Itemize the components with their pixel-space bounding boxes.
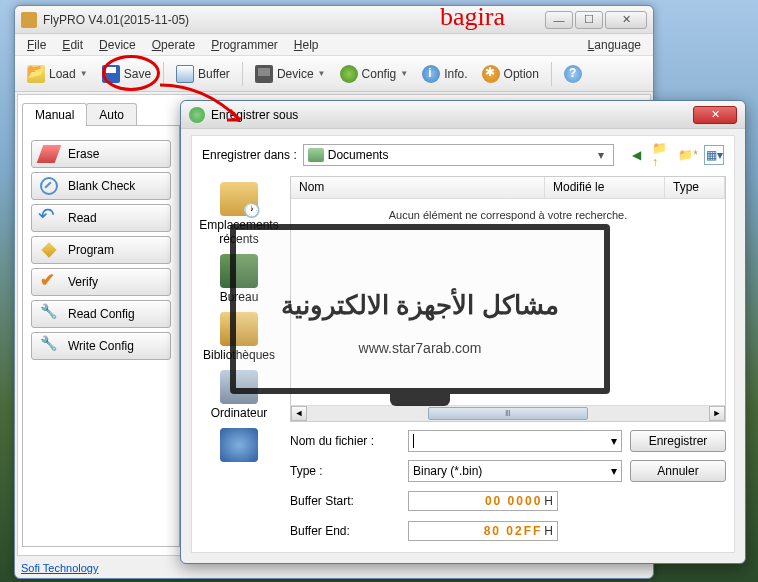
- list-header: Nom Modifié le Type: [291, 177, 725, 199]
- filename-label: Nom du fichier :: [290, 434, 400, 448]
- blank-check-button[interactable]: Blank Check: [31, 172, 171, 200]
- save-file-button[interactable]: Enregistrer: [630, 430, 726, 452]
- dropdown-icon[interactable]: ▾: [611, 434, 617, 448]
- save-dialog: Enregistrer sous ✕ Enregistrer dans : Do…: [180, 100, 746, 564]
- menu-operate[interactable]: Operate: [144, 36, 203, 54]
- cancel-button[interactable]: Annuler: [630, 460, 726, 482]
- dropdown-icon[interactable]: ▾: [593, 148, 609, 162]
- help-button[interactable]: [558, 62, 588, 86]
- type-label: Type :: [290, 464, 400, 478]
- magnifier-icon: [40, 177, 58, 195]
- toolbar: Load▼ Save Buffer Device▼ Config▼ Info. …: [15, 56, 653, 92]
- floppy-icon: [102, 65, 120, 83]
- dropdown-icon[interactable]: ▼: [400, 69, 408, 78]
- menu-edit[interactable]: Edit: [54, 36, 91, 54]
- place-network[interactable]: [199, 428, 279, 462]
- read-arrow-icon: [40, 209, 58, 227]
- dialog-titlebar: Enregistrer sous ✕: [181, 101, 745, 129]
- config-button[interactable]: Config▼: [334, 62, 415, 86]
- col-modified[interactable]: Modifié le: [545, 177, 665, 198]
- tab-manual[interactable]: Manual: [22, 103, 87, 126]
- help-icon: [564, 65, 582, 83]
- dialog-icon: [189, 107, 205, 123]
- wrench-icon: [40, 337, 58, 355]
- erase-button[interactable]: Erase: [31, 140, 171, 168]
- dialog-title: Enregistrer sous: [211, 108, 693, 122]
- new-folder-button[interactable]: 📁*: [678, 145, 698, 165]
- erase-icon: [37, 145, 62, 163]
- buffer-start-input[interactable]: 00 0000H: [408, 491, 558, 511]
- libraries-icon: [220, 312, 258, 346]
- wrench-icon: [40, 305, 58, 323]
- recent-icon: [220, 182, 258, 216]
- program-button[interactable]: Program: [31, 236, 171, 264]
- app-icon: [21, 12, 37, 28]
- up-button[interactable]: 📁↑: [652, 145, 672, 165]
- places-bar: Emplacements récents Bureau Bibliothèque…: [192, 176, 286, 422]
- close-button[interactable]: ✕: [605, 11, 647, 29]
- h-scrollbar[interactable]: ◄ Ⅲ ►: [291, 405, 725, 421]
- tab-auto[interactable]: Auto: [86, 103, 137, 126]
- dialog-close-button[interactable]: ✕: [693, 106, 737, 124]
- option-button[interactable]: Option: [476, 62, 545, 86]
- maximize-button[interactable]: ☐: [575, 11, 603, 29]
- window-title: FlyPRO V4.01(2015-11-05): [43, 13, 545, 27]
- menu-file[interactable]: File: [19, 36, 54, 54]
- computer-icon: [220, 370, 258, 404]
- dropdown-icon[interactable]: ▾: [611, 464, 617, 478]
- buffer-icon: [176, 65, 194, 83]
- folder-open-icon: [27, 65, 45, 83]
- menu-language[interactable]: Language: [580, 36, 649, 54]
- load-button[interactable]: Load▼: [21, 62, 94, 86]
- chip-icon: [255, 65, 273, 83]
- buffer-end-input[interactable]: 80 02FFH: [408, 521, 558, 541]
- titlebar: FlyPRO V4.01(2015-11-05) — ☐ ✕: [15, 6, 653, 34]
- read-config-button[interactable]: Read Config: [31, 300, 171, 328]
- menubar: File Edit Device Operate Programmer Help…: [15, 34, 653, 56]
- network-icon: [220, 428, 258, 462]
- buffer-end-label: Buffer End:: [290, 524, 400, 538]
- save-in-combo[interactable]: Documents ▾: [303, 144, 614, 166]
- dropdown-icon[interactable]: ▼: [318, 69, 326, 78]
- back-button[interactable]: ◀: [626, 145, 646, 165]
- file-list[interactable]: Nom Modifié le Type Aucun élément ne cor…: [290, 176, 726, 422]
- check-icon: [40, 273, 58, 291]
- view-menu-button[interactable]: ▦▾: [704, 145, 724, 165]
- footer-link[interactable]: Sofi Technology: [21, 562, 98, 574]
- menu-help[interactable]: Help: [286, 36, 327, 54]
- save-in-label: Enregistrer dans :: [202, 148, 297, 162]
- type-combo[interactable]: Binary (*.bin)▾: [408, 460, 622, 482]
- place-libraries[interactable]: Bibliothèques: [199, 312, 279, 362]
- scroll-thumb[interactable]: Ⅲ: [428, 407, 589, 420]
- read-button[interactable]: Read: [31, 204, 171, 232]
- col-type[interactable]: Type: [665, 177, 725, 198]
- verify-button[interactable]: Verify: [31, 268, 171, 296]
- info-button[interactable]: Info.: [416, 62, 473, 86]
- info-icon: [422, 65, 440, 83]
- minimize-button[interactable]: —: [545, 11, 573, 29]
- pencil-icon: [41, 242, 56, 257]
- folder-icon: [308, 148, 324, 162]
- scroll-right-button[interactable]: ►: [709, 406, 725, 421]
- write-config-button[interactable]: Write Config: [31, 332, 171, 360]
- save-button[interactable]: Save: [96, 62, 157, 86]
- col-name[interactable]: Nom: [291, 177, 545, 198]
- empty-message: Aucun élément ne correspond à votre rech…: [291, 199, 725, 231]
- desktop-icon: [220, 254, 258, 288]
- menu-device[interactable]: Device: [91, 36, 144, 54]
- gear-icon: [482, 65, 500, 83]
- buffer-button[interactable]: Buffer: [170, 62, 236, 86]
- scroll-left-button[interactable]: ◄: [291, 406, 307, 421]
- place-desktop[interactable]: Bureau: [199, 254, 279, 304]
- menu-programmer[interactable]: Programmer: [203, 36, 286, 54]
- dropdown-icon[interactable]: ▼: [80, 69, 88, 78]
- place-recent[interactable]: Emplacements récents: [199, 182, 279, 246]
- place-computer[interactable]: Ordinateur: [199, 370, 279, 420]
- filename-input[interactable]: ▾: [408, 430, 622, 452]
- device-button[interactable]: Device▼: [249, 62, 332, 86]
- buffer-start-label: Buffer Start:: [290, 494, 400, 508]
- save-in-value: Documents: [328, 148, 589, 162]
- config-icon: [340, 65, 358, 83]
- manual-panel: Erase Blank Check Read Program Verify Re…: [22, 125, 180, 547]
